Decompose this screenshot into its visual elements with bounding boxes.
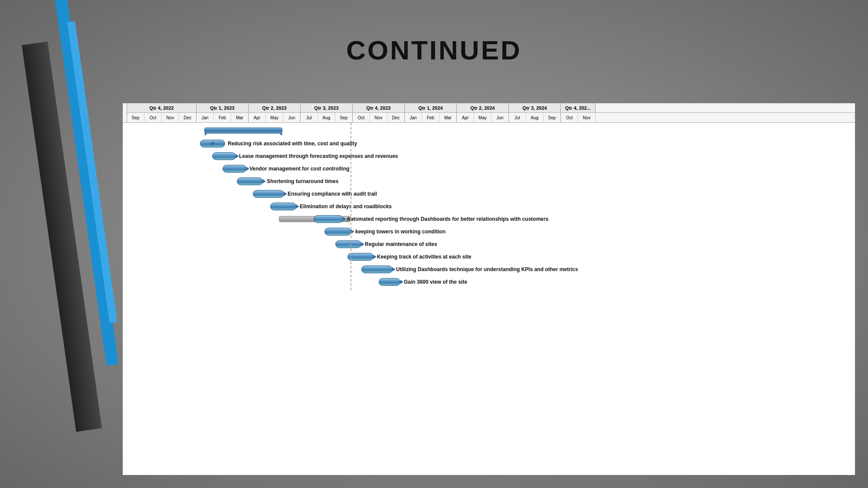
month-cell: Mar <box>439 113 457 122</box>
summary-bar <box>204 128 282 134</box>
task-label: Reducing risk associated with time, cost… <box>228 141 357 147</box>
task-label: Utilizing Dashboards technique for under… <box>396 266 578 272</box>
month-cell: Sep <box>335 113 353 122</box>
task-label: Shortening turnaround times <box>267 178 338 184</box>
task-row: Elimination of delays and roadblocks <box>127 200 855 213</box>
task-label: keeping towers in working condition <box>355 229 445 235</box>
qtr-label: Qtr 4, 202... <box>561 103 596 112</box>
task-label: Regular maintenance of sites <box>365 241 437 247</box>
month-cell: Feb <box>214 113 231 122</box>
month-cell: Oct <box>353 113 370 122</box>
month-cell: Sep <box>544 113 561 122</box>
month-cell: Jul <box>509 113 526 122</box>
task-label: Automated reporting through Dashboards f… <box>347 216 548 222</box>
month-cell: Sep <box>127 113 144 122</box>
month-cell: Dec <box>179 113 197 122</box>
month-cell: Nov <box>578 113 596 122</box>
today-line <box>350 123 351 290</box>
page-title: CONTINUED <box>0 35 868 66</box>
gantt-body: Reducing risk associated with time, cost… <box>123 123 855 290</box>
qtr-label: Qtr 1, 2023 <box>197 103 249 112</box>
month-cell: Nov <box>370 113 387 122</box>
month-cell: Jun <box>283 113 301 122</box>
qtr-label: Qtr 1, 2024 <box>405 103 457 112</box>
task-row: Shortening turnaround times <box>127 175 855 187</box>
task-label: Ensuring compliance with audit trail <box>288 191 377 197</box>
qtr-label: Qtr 4, 2022 <box>127 103 197 112</box>
month-cell: Oct <box>144 113 162 122</box>
task-label: Gain 3600 view of the site <box>404 279 467 285</box>
task-label: Keeping track of activities at each site <box>377 254 471 260</box>
task-row: Reducing risk associated with time, cost… <box>127 138 855 150</box>
month-cell: Jul <box>301 113 318 122</box>
task-row: Ensuring compliance with audit trail <box>127 188 855 200</box>
task-row: Lease management through forecasting exp… <box>127 150 855 162</box>
month-cell: Nov <box>162 113 179 122</box>
task-row: Regular maintenance of sites <box>127 238 855 250</box>
month-cell: Feb <box>422 113 439 122</box>
task-row: Gain 3600 view of the site <box>127 276 855 288</box>
content-box: Qtr 4, 2022 Qtr 1, 2023 Qtr 2, 2023 Qtr … <box>123 103 855 475</box>
month-cell: May <box>474 113 491 122</box>
task-label: Lease management through forecasting exp… <box>239 153 398 159</box>
task-row: Utilizing Dashboards technique for under… <box>127 263 855 275</box>
month-cell: Oct <box>561 113 578 122</box>
month-cell: Jan <box>197 113 214 122</box>
month-cell: May <box>266 113 283 122</box>
month-cell: Aug <box>526 113 544 122</box>
task-label: Elimination of delays and roadblocks <box>300 203 392 210</box>
month-cell: Apr <box>457 113 474 122</box>
task-row: Vendor management for cost controlling <box>127 163 855 175</box>
task-row: keeping towers in working condition <box>127 226 855 238</box>
month-cell: Jun <box>491 113 509 122</box>
month-cell: Aug <box>318 113 335 122</box>
qtr-label: Qtr 2, 2024 <box>457 103 509 112</box>
month-cell: Jan <box>405 113 422 122</box>
task-label: Vendor management for cost controlling <box>249 166 350 172</box>
qtr-label: Qtr 3, 2024 <box>509 103 561 112</box>
task-row: Automated reporting through Dashboards f… <box>127 213 855 225</box>
month-cell: Apr <box>249 113 266 122</box>
month-cell: Dec <box>387 113 405 122</box>
qtr-label: Qtr 2, 2023 <box>249 103 301 112</box>
gantt-header: Qtr 4, 2022 Qtr 1, 2023 Qtr 2, 2023 Qtr … <box>123 103 855 123</box>
qtr-label: Qtr 3, 2023 <box>301 103 353 112</box>
task-row: Keeping track of activities at each site <box>127 251 855 263</box>
month-cell: Mar <box>231 113 249 122</box>
qtr-label: Qtr 4, 2023 <box>353 103 405 112</box>
summary-row <box>127 124 855 137</box>
